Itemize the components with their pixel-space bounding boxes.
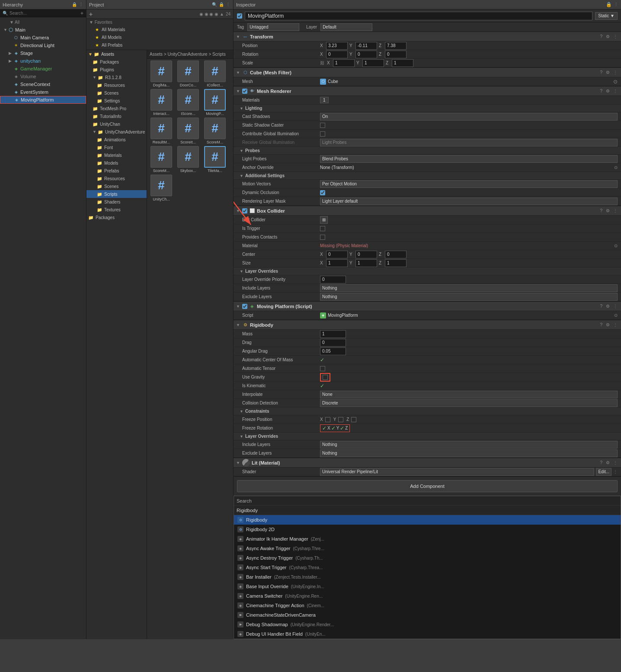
bc-exclude-layers-dropdown[interactable]: Nothing — [320, 293, 618, 301]
inspector-lock-icon[interactable]: 🔒 — [606, 2, 612, 7]
asset-movingp[interactable]: # MovingP... — [202, 89, 227, 116]
result-debug-ui[interactable]: ◈ Debug UI Handler Bit Field (UnityEn... — [234, 629, 621, 639]
bc-include-layers-dropdown[interactable]: Nothing — [320, 284, 618, 292]
transform-header[interactable]: ▼ ↔ Transform ? ⚙ ⋮ — [234, 32, 621, 41]
asset-tilema[interactable]: # TileMa... — [202, 146, 227, 173]
meshrenderer-menu-btn[interactable]: ⋮ — [612, 89, 618, 93]
rb-use-gravity-checkbox[interactable] — [323, 375, 328, 380]
hierarchy-item-stage[interactable]: ▶ ◈ Stage — [0, 49, 86, 57]
asset-dogima[interactable]: # DoglMa... — [149, 61, 174, 87]
result-async-start[interactable]: ◈ Async Start Trigger (Cysharp.Threa... — [234, 563, 621, 572]
folder-scenes-uca[interactable]: 📁 Scenes — [86, 182, 147, 190]
box-collider-header[interactable]: ▼ ⬜ Box Collider ? ⚙ ⋮ — [234, 206, 621, 216]
hierarchy-item-movingplatform[interactable]: ◈ MovingPlatform — [0, 96, 86, 104]
folder-plugins[interactable]: 📁 Plugins — [86, 66, 147, 73]
provides-contacts-checkbox[interactable] — [320, 235, 325, 240]
result-debug-shadowmap[interactable]: ▶ Debug Shadowmap (UnityEngine.Render... — [234, 620, 621, 629]
light-probes-dropdown[interactable]: Blend Probes — [320, 155, 618, 163]
meshrenderer-question-btn[interactable]: ? — [599, 89, 603, 93]
folder-scripts[interactable]: 📁 Scripts — [86, 190, 147, 198]
scale-x-input[interactable] — [333, 59, 355, 67]
bc-layer-overrides-subsection[interactable]: ▼ Layer Overrides — [234, 268, 621, 275]
project-menu-icon[interactable]: ⋮ — [226, 2, 230, 7]
asset-icollect[interactable]: # ICollect... — [202, 61, 227, 87]
result-cinemachine-trigger[interactable]: ◈ Cinemachine Trigger Action (Cinem... — [234, 601, 621, 610]
additional-settings-subsection[interactable]: ▼ Additional Settings — [234, 172, 621, 180]
lighting-subsection[interactable]: ▼ Lighting — [234, 105, 621, 112]
transform-settings-btn[interactable]: ⚙ — [605, 34, 611, 39]
bc-center-x[interactable] — [326, 251, 348, 258]
hierarchy-item-volume[interactable]: ◈ Volume — [0, 73, 86, 80]
hierarchy-search-input[interactable] — [10, 11, 79, 16]
rendering-layer-dropdown[interactable]: Light Layer default — [320, 197, 618, 205]
rigidbody-settings-btn[interactable]: ⚙ — [605, 322, 611, 327]
asset-doorco[interactable]: # DoorCo... — [176, 61, 201, 87]
component-search-input[interactable] — [237, 508, 618, 513]
pos-y-input[interactable] — [355, 42, 377, 50]
folder-packages-sub[interactable]: 📁 Packages — [86, 58, 147, 66]
folder-r3128[interactable]: ▼ 📁 R3.1.2.8 — [86, 73, 147, 81]
static-shadow-checkbox[interactable] — [320, 123, 325, 128]
boxcollider-question-btn[interactable]: ? — [599, 208, 603, 213]
hierarchy-add-icon[interactable]: + — [80, 10, 83, 16]
transform-menu-btn[interactable]: ⋮ — [612, 34, 618, 39]
asset-scorem1[interactable]: # ScoreM... — [202, 118, 227, 144]
bc-center-z[interactable] — [385, 251, 407, 258]
inspector-menu-icon[interactable]: ⋮ — [614, 2, 618, 7]
scale-y-input[interactable] — [362, 59, 384, 67]
is-trigger-checkbox[interactable] — [320, 226, 325, 231]
dynamic-occlusion-checkbox[interactable] — [320, 190, 325, 195]
result-async-destroy[interactable]: ◈ Async Destroy Trigger (Cysharp.Th... — [234, 553, 621, 563]
favorite-all-prefabs[interactable]: ★ All Prefabs — [89, 41, 230, 49]
folder-resources-r3[interactable]: 📁 Resources — [86, 81, 147, 89]
mp-script-ref-btn[interactable]: ⊙ — [614, 313, 618, 318]
lit-material-header[interactable]: ▼ Lit (Material) ? ⚙ ⋮ — [234, 458, 621, 468]
result-rigidbody2d[interactable]: ⚙ Rigidbody 2D — [234, 525, 621, 534]
folder-settings[interactable]: 📁 Settings — [86, 97, 147, 105]
mesh-renderer-header[interactable]: ▼ 👁 Mesh Renderer ? ⚙ ⋮ — [234, 86, 621, 96]
rigidbody-question-btn[interactable]: ? — [599, 322, 603, 327]
moving-platform-script-header[interactable]: ▼ ◈ Moving Platform (Script) ? ⚙ ⋮ — [234, 302, 621, 311]
material-ref-btn[interactable]: ⊙ — [614, 243, 618, 248]
scale-z-input[interactable] — [392, 59, 413, 67]
folder-animations[interactable]: 📁 Animations — [86, 136, 147, 143]
result-async-awake[interactable]: ◈ Async Awake Trigger (Cysharp.Thre... — [234, 544, 621, 553]
probes-subsection[interactable]: ▼ Probes — [234, 147, 621, 155]
transform-question-btn[interactable]: ? — [599, 34, 603, 39]
folder-shaders[interactable]: 📁 Shaders — [86, 198, 147, 206]
freeze-pos-y-checkbox[interactable] — [338, 417, 343, 422]
mpscript-question-btn[interactable]: ? — [599, 304, 603, 309]
rot-y-input[interactable] — [355, 51, 377, 58]
rb-collision-dropdown[interactable]: Discrete — [320, 399, 618, 407]
layer-dropdown[interactable]: Default — [320, 23, 372, 31]
folder-tutorialinfo[interactable]: 📁 TutorialInfo — [86, 112, 147, 120]
folder-textures[interactable]: 📁 Textures — [86, 206, 147, 213]
meshfilter-settings-btn[interactable]: ⚙ — [605, 70, 611, 75]
rb-drag-input[interactable] — [320, 339, 346, 347]
shader-dots-btn[interactable]: ⋮ — [613, 469, 618, 474]
rb-interpolate-dropdown[interactable]: None — [320, 391, 618, 398]
asset-resultm[interactable]: # ResultM... — [149, 118, 174, 144]
favorite-all-materials[interactable]: ★ All Materials — [89, 25, 230, 33]
hierarchy-item-scenecontext[interactable]: ◈ SceneContext — [0, 80, 86, 88]
result-camera-switcher[interactable]: ◈ Camera Switcher (UnityEngine.Ren... — [234, 591, 621, 601]
receive-gi-dropdown[interactable]: Light Probes — [320, 139, 618, 147]
rb-include-layers-dropdown[interactable]: Nothing — [320, 441, 618, 449]
result-animator-ik[interactable]: ◈ Animator Ik Handler Manager (Zenj... — [234, 534, 621, 544]
mpscript-settings-btn[interactable]: ⚙ — [605, 304, 611, 309]
rb-auto-com-check[interactable] — [320, 357, 324, 363]
static-button[interactable]: Static ▼ — [595, 12, 618, 20]
hierarchy-item-gamemanager[interactable]: ◈ GameManager — [0, 65, 86, 73]
shader-dropdown[interactable]: Universal Render Pipeline/Lit — [320, 468, 594, 476]
hierarchy-item-main[interactable]: ▼ ⬡ Main — [0, 26, 86, 34]
pos-z-input[interactable] — [385, 42, 407, 50]
bc-size-y[interactable] — [355, 259, 377, 267]
hierarchy-item-unitychan[interactable]: ▶ ◈ unitychan — [0, 57, 86, 65]
mesh-ref-btn[interactable]: ⊙ — [613, 79, 618, 85]
folder-resources-uca[interactable]: 📁 Resources — [86, 175, 147, 182]
box-collider-enabled-checkbox[interactable] — [242, 208, 247, 213]
cast-shadows-dropdown[interactable]: On — [320, 113, 618, 121]
hierarchy-item-main-camera[interactable]: ⬡ Main Camera — [0, 34, 86, 41]
project-add-btn[interactable]: + — [89, 11, 93, 18]
folder-unitychanadventure[interactable]: ▼ 📁 UnityChanAdventure — [86, 128, 147, 136]
